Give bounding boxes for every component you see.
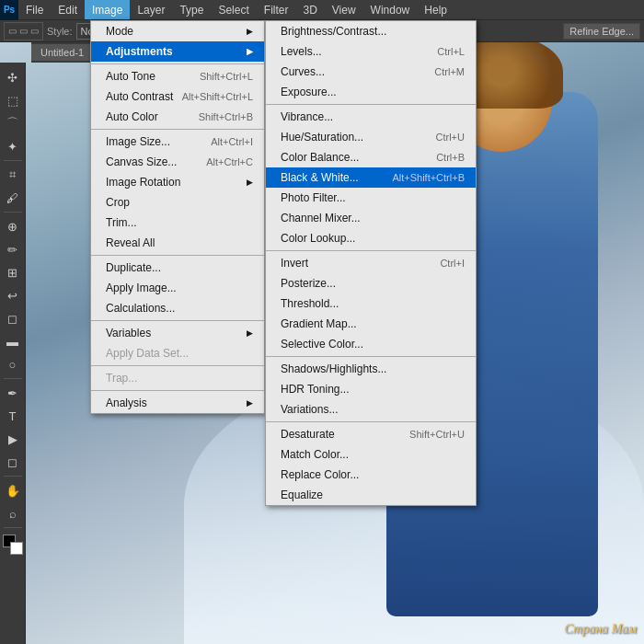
menu-auto-tone-shortcut: Shift+Ctrl+L (200, 71, 253, 82)
menu-image-size[interactable]: Image Size... Alt+Ctrl+I (91, 132, 264, 152)
menu-canvas-size[interactable]: Canvas Size... Alt+Ctrl+C (91, 152, 264, 172)
submenu-replace-color[interactable]: Replace Color... (266, 465, 476, 485)
menu-analysis[interactable]: Analysis (91, 393, 264, 413)
menu-reveal-all[interactable]: Reveal All (91, 233, 264, 253)
text-tool[interactable]: T (2, 405, 24, 427)
submenu-selective-color-label: Selective Color... (281, 338, 363, 351)
refine-edge-button[interactable]: Refine Edge... (563, 23, 640, 40)
tool-separator-2 (4, 212, 22, 213)
submenu-match-color-label: Match Color... (281, 448, 349, 461)
menu-image-size-shortcut: Alt+Ctrl+I (211, 136, 253, 147)
menu-auto-tone[interactable]: Auto Tone Shift+Ctrl+L (91, 66, 264, 86)
menu-layer[interactable]: Layer (130, 0, 172, 19)
menu-auto-contrast[interactable]: Auto Contrast Alt+Shift+Ctrl+L (91, 86, 264, 107)
menu-canvas-size-label: Canvas Size... (106, 155, 177, 168)
menu-3d[interactable]: 3D (295, 0, 324, 19)
hand-tool[interactable]: ✋ (2, 479, 24, 501)
marquee-tool[interactable]: ⬚ (2, 89, 24, 111)
clone-tool[interactable]: ⊞ (2, 261, 24, 283)
menu-duplicate[interactable]: Duplicate... (91, 258, 264, 278)
menu-bar: Ps File Edit Image Layer Type Select Fil… (0, 0, 644, 20)
menu-auto-color-shortcut: Shift+Ctrl+B (199, 111, 253, 122)
options-size-icon: ▭ (8, 26, 17, 36)
menu-view[interactable]: View (325, 0, 363, 19)
menu-help[interactable]: Help (417, 0, 454, 19)
menu-apply-data-set-label: Apply Data Set... (106, 347, 189, 360)
menu-auto-color[interactable]: Auto Color Shift+Ctrl+B (91, 107, 264, 127)
menu-auto-color-label: Auto Color (106, 110, 158, 123)
menu-crop[interactable]: Crop (91, 192, 264, 213)
submenu-hue-saturation-shortcut: Ctrl+U (436, 132, 465, 143)
adj-sep-4 (266, 421, 476, 422)
submenu-hue-saturation[interactable]: Hue/Saturation... Ctrl+U (266, 127, 476, 147)
menu-type[interactable]: Type (172, 0, 211, 19)
brush-tool[interactable]: ✏ (2, 238, 24, 260)
menu-edit[interactable]: Edit (51, 0, 85, 19)
submenu-black-white[interactable]: Black & White... Alt+Shift+Ctrl+B (266, 167, 476, 188)
menu-calculations[interactable]: Calculations... (91, 298, 264, 318)
menu-trim[interactable]: Trim... (91, 213, 264, 233)
submenu-hdr-toning[interactable]: HDR Toning... (266, 379, 476, 399)
tool-separator-1 (4, 160, 22, 161)
submenu-shadows-highlights[interactable]: Shadows/Highlights... (266, 359, 476, 379)
menu-image[interactable]: Image (85, 0, 130, 19)
menu-crop-label: Crop (106, 196, 130, 209)
submenu-equalize[interactable]: Equalize (266, 485, 476, 505)
fg-bg-colors[interactable] (3, 535, 23, 555)
submenu-vibrance-label: Vibrance... (281, 110, 333, 123)
eraser-tool[interactable]: ◻ (2, 307, 24, 329)
menu-mode[interactable]: Mode (91, 21, 264, 41)
menu-window[interactable]: Window (363, 0, 418, 19)
submenu-selective-color[interactable]: Selective Color... (266, 334, 476, 354)
dodge-tool[interactable]: ○ (2, 353, 24, 375)
options-size3-icon: ▭ (30, 26, 39, 36)
submenu-variations[interactable]: Variations... (266, 399, 476, 420)
pen-tool[interactable]: ✒ (2, 382, 24, 404)
image-menu-sep-3 (91, 255, 264, 256)
lasso-tool[interactable]: ⌒ (2, 112, 24, 134)
submenu-equalize-label: Equalize (281, 489, 323, 501)
submenu-match-color[interactable]: Match Color... (266, 444, 476, 465)
submenu-black-white-shortcut: Alt+Shift+Ctrl+B (392, 172, 465, 183)
submenu-desaturate[interactable]: Desaturate Shift+Ctrl+U (266, 424, 476, 444)
path-select-tool[interactable]: ▶ (2, 428, 24, 450)
zoom-tool[interactable]: ⌕ (2, 502, 24, 524)
menu-select[interactable]: Select (211, 0, 256, 19)
eyedropper-tool[interactable]: 🖋 (2, 187, 24, 209)
ps-logo: Ps (0, 0, 18, 20)
menu-apply-image[interactable]: Apply Image... (91, 278, 264, 298)
background-color[interactable] (10, 542, 23, 555)
history-brush-tool[interactable]: ↩ (2, 284, 24, 306)
move-tool[interactable]: ✣ (2, 66, 24, 88)
menu-file[interactable]: File (18, 0, 51, 19)
shape-tool[interactable]: ◻ (2, 451, 24, 473)
healing-tool[interactable]: ⊕ (2, 215, 24, 237)
submenu-exposure[interactable]: Exposure... (266, 82, 476, 102)
submenu-gradient-map[interactable]: Gradient Map... (266, 314, 476, 334)
submenu-levels-label: Levels... (281, 45, 322, 58)
menu-adjustments[interactable]: Adjustments (91, 41, 264, 62)
submenu-brightness-contrast[interactable]: Brightness/Contrast... (266, 21, 476, 41)
quick-select-tool[interactable]: ✦ (2, 135, 24, 157)
crop-tool[interactable]: ⌗ (2, 164, 24, 186)
submenu-color-balance-label: Color Balance... (281, 151, 359, 164)
submenu-posterize[interactable]: Posterize... (266, 273, 476, 293)
submenu-photo-filter[interactable]: Photo Filter... (266, 188, 476, 208)
submenu-levels[interactable]: Levels... Ctrl+L (266, 41, 476, 62)
menu-variables[interactable]: Variables (91, 323, 264, 343)
menu-image-rotation-label: Image Rotation (106, 176, 180, 189)
submenu-invert-shortcut: Ctrl+I (440, 258, 465, 269)
watermark: Страна Мам (565, 622, 638, 637)
gradient-tool[interactable]: ▬ (2, 330, 24, 352)
submenu-color-lookup[interactable]: Color Lookup... (266, 228, 476, 248)
submenu-curves[interactable]: Curves... Ctrl+M (266, 62, 476, 82)
menu-filter[interactable]: Filter (257, 0, 296, 19)
left-toolbar: ✣ ⬚ ⌒ ✦ ⌗ 🖋 ⊕ ✏ ⊞ ↩ ◻ ▬ ○ ✒ T ▶ ◻ ✋ ⌕ (0, 63, 26, 644)
submenu-channel-mixer[interactable]: Channel Mixer... (266, 208, 476, 228)
submenu-color-balance[interactable]: Color Balance... Ctrl+B (266, 147, 476, 167)
submenu-vibrance[interactable]: Vibrance... (266, 107, 476, 127)
submenu-invert[interactable]: Invert Ctrl+I (266, 253, 476, 273)
submenu-black-white-label: Black & White... (281, 171, 359, 184)
menu-image-rotation[interactable]: Image Rotation (91, 172, 264, 192)
submenu-threshold[interactable]: Threshold... (266, 293, 476, 314)
